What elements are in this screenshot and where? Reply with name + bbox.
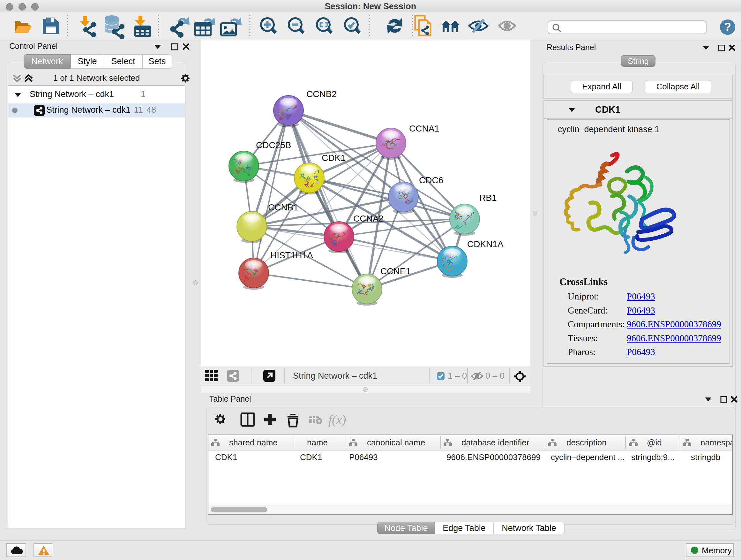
svg-text:CDK1: CDK1 <box>322 153 346 163</box>
svg-text:canonical name: canonical name <box>367 438 425 447</box>
svg-text:CDC25B: CDC25B <box>256 140 291 150</box>
svg-text:name: name <box>307 438 328 447</box>
svg-text:HIST1H1A: HIST1H1A <box>270 250 313 260</box>
svg-text:RB1: RB1 <box>479 193 496 203</box>
svg-text:CDC6: CDC6 <box>419 175 443 185</box>
svg-text:shared name: shared name <box>229 438 278 447</box>
svg-text:f(x): f(x) <box>328 413 346 427</box>
svg-text:CCNB2: CCNB2 <box>307 89 337 99</box>
svg-text:?: ? <box>724 20 731 34</box>
svg-text:@id: @id <box>647 438 662 447</box>
svg-text:CCNA1: CCNA1 <box>409 124 440 133</box>
svg-text:description: description <box>566 438 607 447</box>
svg-text:CCNB1: CCNB1 <box>268 202 298 212</box>
svg-text:CDKN1A: CDKN1A <box>467 239 503 249</box>
svg-text:CCNA2: CCNA2 <box>353 213 384 224</box>
svg-text:namespace: namespace <box>700 438 732 447</box>
svg-text:CCNE1: CCNE1 <box>381 266 411 276</box>
svg-text:database identifier: database identifier <box>461 438 529 447</box>
